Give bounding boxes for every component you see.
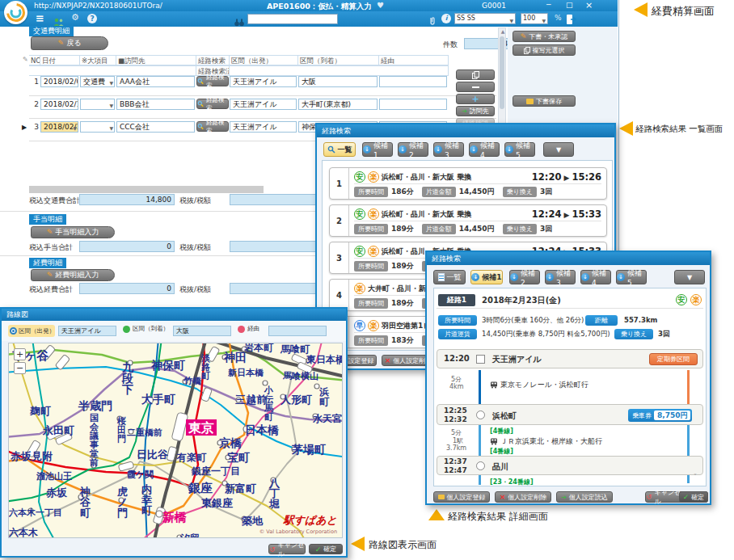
station-checkbox[interactable] xyxy=(476,355,485,364)
station-label[interactable]: 虎ノ門 xyxy=(116,486,128,519)
scroll-down-icon[interactable]: ˅ xyxy=(694,474,697,481)
station-label[interactable]: 日本橋 xyxy=(245,423,280,436)
from-radio[interactable]: 区間（出発） xyxy=(8,325,55,337)
rail-map[interactable]: 市ヶ谷九段下神保町竹橋半蔵門大手町麹町国会議事堂前桜田門永田町二重橋前赤坂見附溜… xyxy=(8,343,343,538)
via-radio[interactable]: 経由 xyxy=(238,325,259,333)
station-label[interactable]: 岩本町 xyxy=(243,343,274,353)
remove-row-button[interactable] xyxy=(456,82,495,92)
zoom-select[interactable]: 100 ▼ xyxy=(521,13,548,24)
map-zoom-out-button[interactable]: − xyxy=(14,362,26,374)
station-label[interactable]: 築地 xyxy=(241,515,264,527)
station-label[interactable]: 九段下 xyxy=(121,360,134,396)
tab-candidate-1[interactable]: ↓候補1 xyxy=(362,142,393,157)
station-label[interactable]: 馬喰町 xyxy=(280,343,310,355)
map-cancel-button[interactable]: ↺ キャンセル xyxy=(268,544,306,554)
scroll-thumb[interactable] xyxy=(500,36,504,109)
station-label[interactable]: 神田 xyxy=(223,351,247,364)
timeline-station-3[interactable]: 12:37 12:47 品川 xyxy=(437,456,703,475)
personal-register-button[interactable]: 個人設定登録 xyxy=(433,491,490,503)
station-label[interactable]: 新橋 xyxy=(162,510,187,524)
tab-candidate-2[interactable]: ↓候補2 xyxy=(509,270,540,284)
close-icon[interactable]: × xyxy=(585,0,593,11)
from-field[interactable]: 天王洲アイル xyxy=(230,99,297,110)
copy-row-button[interactable] xyxy=(456,69,495,80)
route-search-button[interactable]: 経路検索 xyxy=(196,99,229,109)
station-label[interactable]: 半蔵門 xyxy=(78,399,112,412)
add-row-button[interactable]: + xyxy=(456,94,495,104)
category-select[interactable]: ▼ xyxy=(80,99,115,110)
station-label[interactable]: 銀座 xyxy=(188,481,213,495)
station-label[interactable]: 大手町 xyxy=(141,393,175,406)
more-tab-button[interactable]: ▼ xyxy=(674,270,705,284)
copy-source-button[interactable]: 複写元選択 xyxy=(513,44,576,56)
tab-candidate-4[interactable]: ↓候補4 xyxy=(580,270,611,284)
station-label[interactable]: 淡路町 xyxy=(200,353,211,381)
visit-field[interactable]: AAA会社 xyxy=(116,76,195,87)
station-label[interactable]: 八丁堀 xyxy=(268,477,281,510)
station-label[interactable]: 東京 xyxy=(188,420,214,436)
station-label[interactable]: 馬喰横山 xyxy=(282,371,318,381)
map-zoom-in-button[interactable]: + xyxy=(14,348,26,360)
route-search-button[interactable]: 経路検索 xyxy=(196,121,229,132)
attach-icon[interactable] xyxy=(428,14,437,29)
scroll-up-icon[interactable]: ▲ xyxy=(500,28,506,34)
station-label[interactable]: 浜町 xyxy=(318,386,330,407)
station-label[interactable]: 銀座一丁目 xyxy=(191,465,240,477)
station-label[interactable]: 有楽町 xyxy=(176,452,207,463)
tab-candidate-1[interactable]: ↓候補1 xyxy=(470,270,503,284)
more-tab-button[interactable]: ▼ xyxy=(543,142,574,157)
station-label[interactable]: 新日本橋 xyxy=(227,368,264,378)
station-label[interactable]: 東日本橋 xyxy=(306,354,343,365)
station-label[interactable]: 京橋 xyxy=(218,436,243,449)
binoculars-icon[interactable] xyxy=(234,15,244,30)
map-confirm-button[interactable]: ✓ 確定 xyxy=(309,544,343,554)
via-field[interactable] xyxy=(379,99,447,110)
station-label[interactable]: 永田町 xyxy=(42,424,74,436)
station-label[interactable]: 竹橋 xyxy=(183,376,202,386)
tab-candidate-4[interactable]: ↓候補4 xyxy=(469,142,500,157)
station-label[interactable]: 溜池山王 xyxy=(36,471,72,482)
station-label[interactable]: 内幸町 xyxy=(141,483,152,516)
timeline-station-2[interactable]: 12:25 12:32 浜松町 乗車券 8,750円 xyxy=(437,404,703,425)
category-select[interactable]: ▼ xyxy=(80,121,115,133)
station-label[interactable]: 神保町 xyxy=(150,359,185,372)
visit-field[interactable]: BBB会社 xyxy=(116,99,195,110)
station-label[interactable]: 神谷町 xyxy=(79,486,91,519)
menu-icon[interactable]: ≡ xyxy=(36,12,44,24)
station-label[interactable]: 茅場町 xyxy=(291,443,326,456)
minimize-icon[interactable]: ─ xyxy=(546,1,550,9)
station-label[interactable]: 小伝馬町 xyxy=(264,385,274,423)
tab-list[interactable]: 一覧 xyxy=(323,142,356,157)
station-label[interactable]: 宝町 xyxy=(227,451,250,464)
from-field[interactable]: 天王洲アイル xyxy=(230,76,297,87)
date-field[interactable]: 2018/02/05 xyxy=(40,76,78,87)
timeline-station-1[interactable]: 12:20 天王洲アイル 定期券区間 xyxy=(437,349,703,368)
station-label[interactable]: 霞ケ関 xyxy=(127,469,154,480)
tab-candidate-3[interactable]: ↓候補3 xyxy=(545,270,576,284)
via-field[interactable] xyxy=(268,326,327,336)
quick-search-input[interactable] xyxy=(247,14,338,24)
tab-candidate-5[interactable]: ↓候補5 xyxy=(616,270,647,284)
user-select[interactable]: SS SS ▼ xyxy=(454,13,516,24)
station-label[interactable]: 汐留 xyxy=(179,533,200,538)
from-field[interactable]: 天王洲アイル xyxy=(58,326,116,336)
category-select[interactable]: 交通費▼ xyxy=(80,76,115,87)
visit-field[interactable]: CCC会社 xyxy=(116,121,195,133)
confirm-button[interactable]: ✓ 確定 xyxy=(679,491,708,503)
to-field[interactable]: 大阪 xyxy=(298,76,378,87)
station-label[interactable]: 桜田門 xyxy=(116,416,126,444)
station-label[interactable]: 麹町 xyxy=(29,405,51,417)
tab-list[interactable]: 一覧 xyxy=(433,270,466,284)
station-label[interactable]: 日比谷 xyxy=(137,448,169,461)
visit-list-button[interactable]: ➜ 訪問先 xyxy=(456,106,495,116)
to-field[interactable]: 大阪 xyxy=(173,326,231,336)
route-result-item[interactable]: 2安楽浜松町・品川・新大阪 乗換12:2415:33所要時間189分片道金額14… xyxy=(329,204,607,237)
info-icon[interactable]: i xyxy=(441,14,451,23)
station-label[interactable]: 水天宮前 xyxy=(312,413,343,424)
station-label[interactable]: 赤坂見附 xyxy=(11,450,53,462)
to-radio[interactable]: 区間（到着） xyxy=(123,325,169,333)
pass-section-button[interactable]: 定期券区間 xyxy=(649,353,698,365)
maximize-icon[interactable]: □ xyxy=(566,1,573,9)
station-label[interactable]: 三越前 xyxy=(235,394,267,406)
help-icon[interactable]: ? xyxy=(87,14,97,23)
